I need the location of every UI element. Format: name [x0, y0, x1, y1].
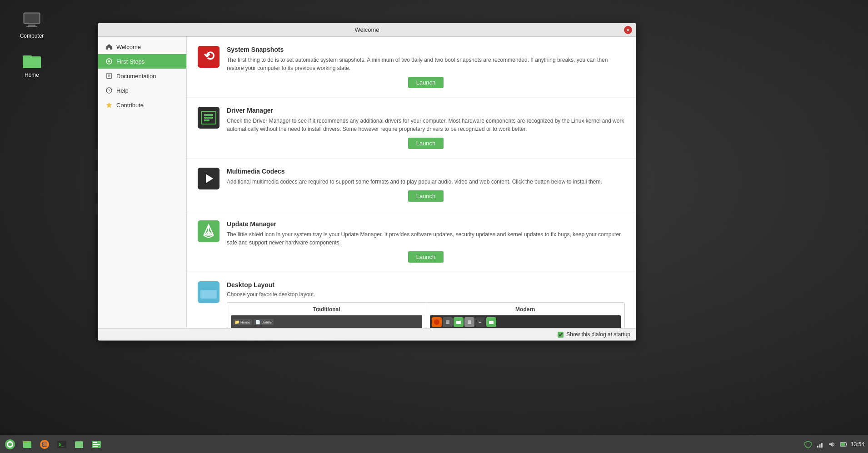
driver-body: Driver Manager Check the Driver Manager …	[227, 107, 625, 149]
svg-text:$_: $_	[59, 442, 64, 447]
desktop-icon-computer[interactable]: Computer	[14, 9, 50, 39]
svg-rect-21	[204, 114, 213, 116]
snapshots-title: System Snapshots	[227, 46, 625, 53]
svg-marker-76	[829, 442, 833, 447]
home-label: Home	[25, 72, 39, 78]
taskbar-terminal-button[interactable]: $_	[54, 436, 70, 453]
sidebar-contribute-label: Contribute	[116, 102, 144, 109]
shield-tray-icon[interactable]	[803, 440, 813, 449]
snapshots-icon: ⟲	[198, 46, 219, 68]
window-footer: Show this dialog at startup	[98, 328, 636, 340]
network-tray-icon[interactable]	[815, 440, 824, 449]
svg-rect-2	[28, 25, 35, 26]
sidebar-item-welcome[interactable]: Welcome	[98, 40, 186, 54]
desktop-layout-row: Desktop Layout Choose your favorite desk…	[198, 281, 625, 328]
computer-icon	[21, 9, 43, 31]
svg-rect-62	[23, 441, 27, 443]
star-icon	[105, 101, 113, 109]
multimedia-launch-button[interactable]: Launch	[408, 190, 444, 202]
desktop-layout-icon	[198, 281, 219, 303]
taskbar-firefox-button[interactable]	[36, 436, 53, 453]
sidebar-item-contribute[interactable]: Contribute	[98, 98, 186, 112]
startup-checkbox-area: Show this dialog at startup	[558, 331, 630, 338]
taskbar-clock[interactable]: 13:54	[851, 441, 864, 448]
window-title: Welcome	[355, 26, 379, 33]
multimedia-icon	[198, 168, 219, 189]
svg-rect-70	[93, 442, 97, 443]
taskbar-mint-button[interactable]	[2, 436, 18, 453]
update-body: Update Manager The little shield icon in…	[227, 220, 625, 263]
driver-manager-item: Driver Manager Check the Driver Manager …	[187, 98, 636, 159]
svg-rect-75	[821, 443, 823, 448]
driver-icon	[198, 107, 219, 129]
home-folder-icon	[21, 48, 43, 70]
traditional-preview: 📁 Home 📄 Untitle	[231, 315, 422, 328]
power-tray-icon[interactable]	[839, 440, 848, 449]
svg-rect-33	[200, 287, 217, 290]
driver-launch-button[interactable]: Launch	[408, 138, 444, 149]
startup-label: Show this dialog at startup	[566, 331, 630, 338]
startup-checkbox[interactable]	[558, 332, 564, 338]
layout-modern[interactable]: Modern	[426, 303, 625, 328]
update-launch-button[interactable]: Launch	[408, 251, 444, 263]
clock-time: 13:54	[851, 441, 864, 448]
multimedia-body: Multimedia Codecs Additional multimedia …	[227, 168, 625, 202]
svg-rect-5	[23, 57, 41, 68]
svg-rect-30	[208, 229, 209, 233]
window-body: Welcome First Steps	[98, 37, 636, 328]
svg-rect-7	[23, 56, 32, 58]
svg-rect-3	[26, 26, 37, 27]
svg-rect-73	[817, 446, 818, 448]
svg-rect-74	[819, 444, 820, 448]
svg-text:?: ?	[108, 89, 110, 93]
layout-options: Traditional 📁 Home	[227, 302, 625, 328]
svg-rect-71	[93, 444, 100, 445]
snapshots-body: System Snapshots The first thing to do i…	[227, 46, 625, 88]
multimedia-desc: Additional multimedia codecs are require…	[227, 178, 625, 186]
driver-title: Driver Manager	[227, 107, 625, 114]
svg-rect-35	[446, 320, 449, 324]
svg-rect-72	[93, 446, 98, 447]
flag-icon	[105, 58, 113, 65]
update-manager-item: Update Manager The little shield icon in…	[187, 211, 636, 272]
taskbar-left: $_	[0, 436, 106, 453]
snapshots-desc: The first thing to do is to set automati…	[227, 56, 625, 72]
window-titlebar: Welcome ×	[98, 23, 636, 37]
svg-text:⟲: ⟲	[204, 49, 215, 63]
svg-marker-16	[106, 102, 112, 108]
desktop-icon-home[interactable]: Home	[14, 48, 50, 78]
desktop-layout-subtitle: Choose your favorite desktop layout.	[227, 291, 625, 298]
sidebar-documentation-label: Documentation	[116, 73, 156, 80]
home-icon	[105, 43, 113, 50]
taskbar-nemo-button[interactable]	[71, 436, 87, 453]
layout-traditional[interactable]: Traditional 📁 Home	[227, 303, 426, 328]
sidebar-item-documentation[interactable]: Documentation	[98, 69, 186, 83]
svg-point-9	[108, 60, 110, 62]
snapshots-launch-button[interactable]: Launch	[408, 77, 444, 88]
svg-rect-37	[468, 320, 471, 324]
sidebar-item-help[interactable]: ? Help	[98, 83, 186, 98]
taskbar: $_	[0, 435, 868, 453]
main-content[interactable]: ⟲ System Snapshots The first thing to do…	[187, 37, 636, 328]
svg-rect-22	[204, 117, 213, 119]
help-icon: ?	[105, 87, 113, 94]
volume-tray-icon[interactable]	[827, 440, 836, 449]
svg-rect-36	[456, 321, 461, 324]
taskbar-files-button[interactable]	[19, 436, 35, 453]
desktop-layout-content: Desktop Layout Choose your favorite desk…	[227, 281, 625, 328]
window-close-button[interactable]: ×	[624, 26, 632, 34]
multimedia-item: Multimedia Codecs Additional multimedia …	[187, 159, 636, 211]
update-desc: The little shield icon in your system tr…	[227, 230, 625, 247]
sidebar: Welcome First Steps	[98, 37, 187, 328]
welcome-window: Welcome × Welcome	[98, 23, 636, 341]
svg-point-59	[8, 443, 12, 446]
book-icon	[105, 72, 113, 80]
desktop: Computer Home Welcome ×	[0, 0, 868, 453]
sidebar-item-first-steps[interactable]: First Steps	[98, 54, 186, 69]
desktop-layout-item: Desktop Layout Choose your favorite desk…	[187, 272, 636, 328]
taskbar-right: 13:54	[800, 440, 868, 449]
driver-desc: Check the Driver Manager to see if it re…	[227, 117, 625, 133]
desktop-layout-title: Desktop Layout	[227, 281, 625, 289]
svg-rect-23	[204, 119, 210, 121]
taskbar-manager-button[interactable]	[88, 436, 105, 453]
